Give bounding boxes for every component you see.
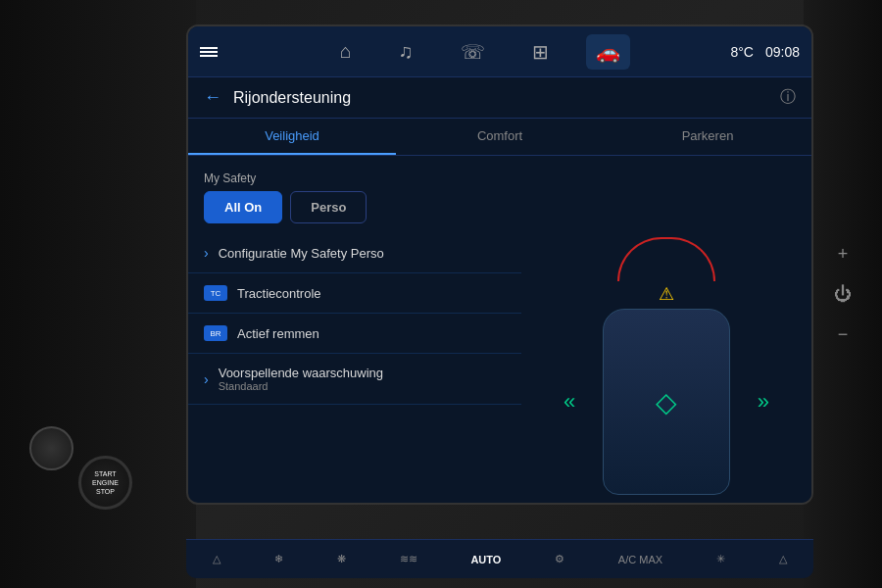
strip-item-2[interactable]: ❄ [274, 553, 283, 565]
outer-wrapper: START ENGINE STOP + ⏻ − ⌂ ♫ ☏ ⊞ 🚗 8°C [0, 0, 882, 588]
start-engine-label: START ENGINE STOP [92, 469, 119, 496]
perso-button[interactable]: Perso [290, 191, 367, 223]
tabs-bar: Veiligheid Comfort Parkeren [188, 119, 811, 156]
tab-veiligheid[interactable]: Veiligheid [188, 119, 396, 155]
strip-item-3[interactable]: ❋ [337, 553, 346, 565]
left-knob-top[interactable] [29, 426, 74, 470]
hamburger-line-1 [200, 47, 218, 49]
bottom-control-strip: △ ❄ ❋ ≋≋ AUTO ⚙ A/C MAX ✳ △ [186, 539, 813, 578]
left-dashboard: START ENGINE STOP [0, 0, 196, 588]
list-item-text-configuratie: Configuratie My Safety Perso [219, 246, 506, 261]
list-item-voorspellende[interactable]: › Voorspellende waarschuwing Standaard [188, 354, 521, 405]
car-visualization: ⚠ « ◇ » [539, 237, 794, 505]
hamburger-line-3 [200, 55, 218, 57]
nav-icon-home[interactable]: ⌂ [330, 34, 362, 69]
left-sensor-arrows: « [564, 389, 575, 415]
infotainment-screen: ⌂ ♫ ☏ ⊞ 🚗 8°C 09:08 ← Rijondersteuning ⓘ… [186, 24, 813, 505]
power-button[interactable]: ⏻ [834, 284, 852, 305]
list-item-text-actief-remmen: Actief remmen [237, 326, 506, 341]
start-engine-button[interactable]: START ENGINE STOP [78, 456, 132, 510]
list-item-configuratie[interactable]: › Configuratie My Safety Perso [188, 233, 521, 273]
all-on-button[interactable]: All On [204, 191, 282, 223]
hamburger-line-2 [200, 51, 218, 53]
car-body-container: « ◇ » [603, 309, 730, 495]
nav-icon-phone[interactable]: ☏ [451, 34, 495, 70]
volume-up-button[interactable]: + [838, 244, 849, 265]
top-navigation-bar: ⌂ ♫ ☏ ⊞ 🚗 8°C 09:08 [188, 26, 811, 77]
left-panel: My Safety All On Perso › Configuratie My… [188, 156, 521, 505]
right-dashboard: + ⏻ − [804, 0, 882, 588]
strip-item-4[interactable]: ≋≋ [400, 553, 417, 565]
strip-item-7[interactable]: △ [779, 553, 787, 565]
icon-tractiecontrole: TC [204, 285, 227, 301]
strip-item-1[interactable]: △ [213, 553, 220, 565]
back-button[interactable]: ← [204, 87, 221, 108]
warning-triangle-icon: ⚠ [659, 283, 674, 305]
right-panel-car-viz: ⚠ « ◇ » [521, 156, 811, 505]
chevron-icon-configuratie: › [204, 245, 209, 261]
right-sensor-arrows: » [758, 389, 769, 415]
page-header: ← Rijondersteuning ⓘ [188, 77, 811, 119]
temperature-display: 8°C [730, 44, 754, 60]
hamburger-menu[interactable] [200, 47, 220, 57]
chevron-icon-voorspellende: › [204, 371, 209, 387]
nav-icons-group: ⌂ ♫ ☏ ⊞ 🚗 [229, 34, 730, 70]
list-item-sub-voorspellende: Standaard [219, 380, 506, 392]
strip-item-5[interactable]: ⚙ [555, 553, 564, 565]
car-body: ◇ [603, 309, 730, 495]
front-sensor-arc [617, 237, 715, 281]
list-item-text-voorspellende: Voorspellende waarschuwing [219, 366, 506, 380]
car-brand-logo: ◇ [656, 386, 677, 418]
info-button[interactable]: ⓘ [780, 87, 796, 108]
page-title: Rijondersteuning [233, 89, 780, 107]
safety-buttons-group: All On Perso [188, 191, 521, 233]
volume-down-button[interactable]: − [838, 324, 849, 345]
left-controls [29, 426, 74, 470]
list-item-actief-remmen[interactable]: BR Actief remmen [188, 314, 521, 354]
icon-actief-remmen: BR [204, 325, 227, 341]
tab-comfort[interactable]: Comfort [396, 119, 604, 155]
nav-icon-car[interactable]: 🚗 [586, 34, 630, 70]
tab-parkeren[interactable]: Parkeren [604, 119, 811, 155]
strip-item-auto[interactable]: AUTO [470, 554, 501, 565]
time-temp-display: 8°C 09:08 [730, 44, 800, 60]
strip-item-ac-max[interactable]: A/C MAX [618, 554, 662, 565]
strip-item-6[interactable]: ✳ [716, 553, 725, 565]
nav-icon-music[interactable]: ♫ [389, 34, 423, 69]
time-display: 09:08 [765, 44, 800, 60]
list-item-tractiecontrole[interactable]: TC Tractiecontrole [188, 273, 521, 314]
list-item-text-tractiecontrole: Tractiecontrole [237, 286, 506, 301]
nav-icon-apps[interactable]: ⊞ [522, 34, 559, 70]
body-split: My Safety All On Perso › Configuratie My… [188, 156, 811, 505]
section-my-safety-label: My Safety [188, 164, 521, 191]
